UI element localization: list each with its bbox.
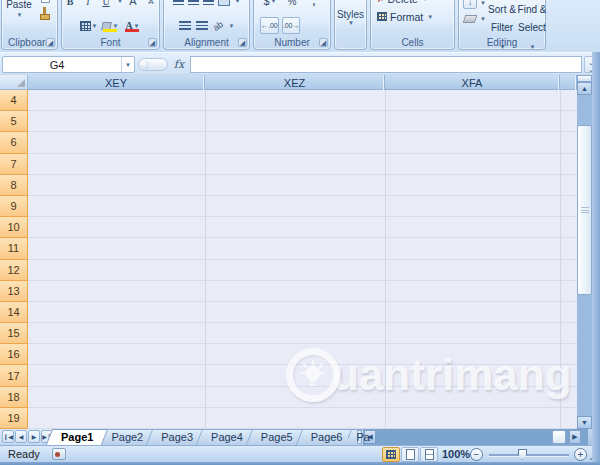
vertical-scrollbar[interactable]: ▲ ▼: [577, 75, 592, 429]
sheet-tab-page6[interactable]: Page6: [299, 429, 355, 445]
row-header-12[interactable]: 12: [0, 260, 28, 281]
font-color-button[interactable]: A ▼: [122, 17, 142, 34]
status-bar: Ready 100% − +: [0, 445, 600, 462]
shrink-font-button[interactable]: A: [143, 0, 159, 10]
bold-button[interactable]: B: [62, 0, 78, 10]
formula-bar-divider[interactable]: [138, 58, 168, 71]
status-ready-label: Ready: [8, 448, 40, 460]
column-header-xez[interactable]: XEZ: [205, 75, 385, 90]
fill-color-button[interactable]: ▼: [100, 17, 120, 34]
row-header-13[interactable]: 13: [0, 281, 28, 302]
format-painter-icon[interactable]: [39, 7, 51, 21]
row-header-4[interactable]: 4: [0, 90, 28, 111]
sheet-tab-pa[interactable]: Pa: [348, 429, 371, 445]
percent-style-button[interactable]: %: [284, 0, 300, 10]
zoom-slider-thumb[interactable]: [518, 449, 527, 460]
row-header-11[interactable]: 11: [0, 238, 28, 259]
row-header-19[interactable]: 19: [0, 408, 28, 429]
previous-sheet-button[interactable]: ◀: [15, 430, 27, 443]
number-dialog-launcher-icon[interactable]: ◢: [319, 38, 328, 47]
currency-icon: $: [263, 0, 269, 7]
fx-icon: fx: [174, 58, 184, 71]
comma-style-button[interactable]: ,: [306, 0, 322, 10]
alignment-dialog-launcher-icon[interactable]: ◢: [238, 38, 247, 47]
increase-decimal-button[interactable]: ←.00: [260, 17, 279, 34]
copy-icon[interactable]: [38, 0, 51, 2]
row-header-6[interactable]: 6: [0, 132, 28, 153]
row-header-9[interactable]: 9: [0, 196, 28, 217]
borders-icon: [80, 21, 91, 31]
italic-button[interactable]: I: [80, 0, 96, 10]
column-header-xey[interactable]: XEY: [28, 75, 205, 90]
row-header-7[interactable]: 7: [0, 154, 28, 175]
next-sheet-button[interactable]: ▶: [28, 430, 40, 443]
zoom-in-button[interactable]: +: [574, 448, 587, 461]
styles-button[interactable]: Styles ▼: [335, 9, 366, 26]
decrease-decimal-button[interactable]: .00→: [282, 17, 301, 34]
increase-indent-icon[interactable]: [196, 21, 208, 30]
ribbon-group-font: B I U ▼ A A ▼ ▼ A: [61, 0, 160, 50]
row-header-14[interactable]: 14: [0, 302, 28, 323]
ribbon: Paste ▼ Clipboard ◢ B I U ▼ A A: [0, 0, 600, 52]
vertical-scrollbar-thumb[interactable]: [577, 125, 592, 295]
align-center-icon[interactable]: [188, 0, 199, 6]
paste-label: Paste: [6, 0, 32, 10]
name-box[interactable]: G4 ▼: [2, 56, 135, 73]
align-right-icon[interactable]: [203, 0, 214, 6]
font-color-swatch: [125, 29, 139, 32]
row-header-15[interactable]: 15: [0, 323, 28, 344]
orientation-icon[interactable]: ab: [211, 19, 225, 33]
vertical-split-handle[interactable]: [577, 75, 592, 82]
tab-label: Page3: [161, 431, 193, 443]
row-header-16[interactable]: 16: [0, 344, 28, 365]
alignment-group-label: Alignment: [164, 37, 249, 48]
format-cells-icon: [377, 12, 387, 21]
zoom-out-button[interactable]: −: [470, 448, 483, 461]
dropdown-arrow-icon: ▼: [117, 0, 123, 4]
fill-down-icon[interactable]: ↓: [463, 0, 477, 9]
grow-font-button[interactable]: A: [125, 0, 141, 10]
macro-record-icon[interactable]: [52, 448, 66, 460]
dropdown-arrow-icon: ▼: [229, 23, 235, 29]
zoom-slider-track[interactable]: [489, 454, 569, 456]
zoom-level-label[interactable]: 100%: [442, 448, 470, 460]
normal-view-button[interactable]: [382, 447, 400, 462]
decrease-indent-icon[interactable]: [179, 21, 191, 30]
first-sheet-button[interactable]: ❙◀: [2, 430, 14, 443]
delete-label: Delete: [388, 0, 418, 4]
underline-button[interactable]: U: [98, 0, 114, 10]
paste-button[interactable]: Paste ▼: [4, 0, 34, 25]
scroll-up-button[interactable]: ▲: [577, 82, 592, 95]
row-header-17[interactable]: 17: [0, 365, 28, 386]
merge-center-icon[interactable]: [218, 0, 230, 6]
formula-input[interactable]: [190, 56, 582, 73]
format-button[interactable]: Format ▼: [371, 7, 454, 26]
clear-eraser-icon[interactable]: [463, 15, 478, 23]
row-header-8[interactable]: 8: [0, 175, 28, 196]
column-header-partial[interactable]: [560, 75, 577, 90]
horizontal-scrollbar-thumb[interactable]: [552, 430, 566, 444]
scroll-down-button[interactable]: ▼: [577, 416, 592, 429]
sheet-tab-page1[interactable]: Page1: [49, 429, 105, 445]
select-all-button[interactable]: [0, 75, 28, 90]
borders-button[interactable]: ▼: [79, 17, 99, 34]
excel-window: Paste ▼ Clipboard ◢ B I U ▼ A A: [0, 0, 600, 465]
align-left-icon[interactable]: [173, 0, 184, 6]
page-break-view-button[interactable]: [420, 447, 438, 462]
ribbon-group-alignment: ▼ ab ▼ Alignment ◢: [163, 0, 250, 50]
row-header-5[interactable]: 5: [0, 111, 28, 132]
accounting-format-button[interactable]: $ ▼: [262, 0, 278, 10]
tab-label: Page1: [61, 431, 93, 443]
row-header-10[interactable]: 10: [0, 217, 28, 238]
insert-function-button[interactable]: fx: [170, 57, 188, 72]
name-box-dropdown-icon[interactable]: ▼: [121, 57, 134, 72]
cell-grid[interactable]: [28, 90, 577, 429]
horizontal-scrollbar[interactable]: ◀ ▶: [363, 429, 588, 445]
column-header-xfa[interactable]: XFA: [385, 75, 560, 90]
scroll-right-button[interactable]: ▶: [569, 430, 581, 444]
row-header-18[interactable]: 18: [0, 387, 28, 408]
sort-filter-label: Sort & Filter: [488, 4, 516, 33]
font-dialog-launcher-icon[interactable]: ◢: [148, 38, 157, 47]
page-layout-view-button[interactable]: [401, 447, 419, 462]
clipboard-dialog-launcher-icon[interactable]: ◢: [46, 38, 55, 47]
